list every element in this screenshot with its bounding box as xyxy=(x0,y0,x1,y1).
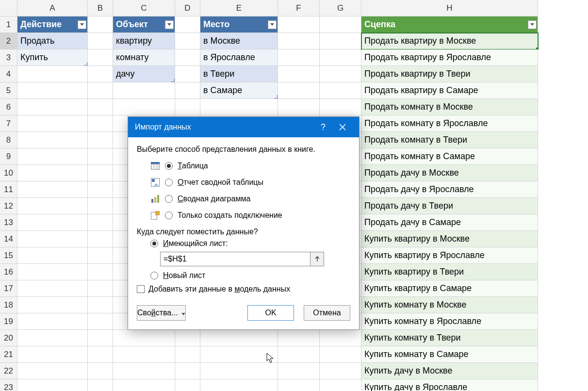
cell-D21[interactable] xyxy=(175,346,200,363)
radio-pivot-report[interactable] xyxy=(165,179,173,186)
cell-F2[interactable] xyxy=(278,33,320,49)
radio-connection-only[interactable] xyxy=(165,212,173,219)
row-header[interactable]: 12 xyxy=(0,198,17,214)
column-header[interactable]: B xyxy=(88,0,113,16)
cell-B19[interactable] xyxy=(88,313,113,330)
cell-C21[interactable] xyxy=(113,346,175,363)
filter-button[interactable] xyxy=(165,20,174,29)
row-header[interactable]: 17 xyxy=(0,280,17,297)
cell-F4[interactable] xyxy=(278,66,320,82)
row-header[interactable]: 1 xyxy=(0,16,17,33)
cell-H20[interactable]: Купить комнату в Твери xyxy=(361,330,538,346)
cell-B20[interactable] xyxy=(88,330,113,346)
cell-B4[interactable] xyxy=(88,66,113,82)
column-header[interactable]: D xyxy=(175,0,200,16)
cell-H23[interactable]: Купить дачу в Ярославле xyxy=(361,379,538,391)
radio-pivot-chart[interactable] xyxy=(165,195,173,203)
cell-G3[interactable] xyxy=(320,49,361,66)
cell-B16[interactable] xyxy=(88,264,113,280)
cell-C1[interactable]: Объект xyxy=(113,16,175,33)
cell-A21[interactable] xyxy=(17,346,88,363)
cell-E22[interactable] xyxy=(200,363,278,379)
range-selector-button[interactable] xyxy=(310,252,324,266)
cell-A12[interactable] xyxy=(17,198,88,214)
cell-G2[interactable] xyxy=(320,33,361,49)
cell-E1[interactable]: Место xyxy=(200,16,278,33)
radio-table[interactable] xyxy=(165,162,173,170)
row-header[interactable]: 9 xyxy=(0,148,17,165)
row-header[interactable]: 19 xyxy=(0,313,17,330)
cell-B15[interactable] xyxy=(88,247,113,264)
range-reference-input[interactable] xyxy=(160,252,310,266)
cell-H3[interactable]: Продать квартиру в Ярославле xyxy=(361,49,538,66)
cell-H10[interactable]: Продать дачу в Москве xyxy=(361,165,538,181)
cell-A17[interactable] xyxy=(17,280,88,297)
cell-C2[interactable]: квартиру xyxy=(113,33,175,49)
cell-C4[interactable]: дачу xyxy=(113,66,175,82)
cell-C22[interactable] xyxy=(113,363,175,379)
cell-B10[interactable] xyxy=(88,165,113,181)
column-header[interactable]: C xyxy=(113,0,175,16)
cell-H17[interactable]: Купить квартиру в Самаре xyxy=(361,280,538,297)
column-header[interactable]: E xyxy=(200,0,278,16)
cell-C3[interactable]: комнату xyxy=(113,49,175,66)
row-header[interactable]: 10 xyxy=(0,165,17,181)
cell-A8[interactable] xyxy=(17,132,88,148)
cell-B1[interactable] xyxy=(88,16,113,33)
cell-D3[interactable] xyxy=(175,49,200,66)
row-header[interactable]: 21 xyxy=(0,346,17,363)
cell-B13[interactable] xyxy=(88,214,113,231)
dialog-titlebar[interactable]: Импорт данных ? xyxy=(128,117,359,137)
cell-D23[interactable] xyxy=(175,379,200,391)
cell-B22[interactable] xyxy=(88,363,113,379)
cell-H15[interactable]: Купить квартиру в Ярославле xyxy=(361,247,538,264)
cell-A15[interactable] xyxy=(17,247,88,264)
cell-B5[interactable] xyxy=(88,82,113,99)
cell-A6[interactable] xyxy=(17,99,88,115)
cell-H18[interactable]: Купить комнату в Москве xyxy=(361,297,538,313)
cell-B11[interactable] xyxy=(88,181,113,198)
row-header[interactable]: 2 xyxy=(0,33,17,49)
cell-D5[interactable] xyxy=(175,82,200,99)
cell-F3[interactable] xyxy=(278,49,320,66)
cell-E20[interactable] xyxy=(200,330,278,346)
cell-B9[interactable] xyxy=(88,148,113,165)
cell-H8[interactable]: Продать комнату в Твери xyxy=(361,132,538,148)
cell-H14[interactable]: Купить квартиру в Москве xyxy=(361,231,538,247)
cell-H16[interactable]: Купить квартиру в Твери xyxy=(361,264,538,280)
cell-F22[interactable] xyxy=(278,363,320,379)
cell-F6[interactable] xyxy=(278,99,320,115)
cell-H6[interactable]: Продать комнату в Москве xyxy=(361,99,538,115)
row-header[interactable]: 14 xyxy=(0,231,17,247)
row-header[interactable]: 15 xyxy=(0,247,17,264)
cell-G5[interactable] xyxy=(320,82,361,99)
cell-F20[interactable] xyxy=(278,330,320,346)
column-header[interactable]: H xyxy=(361,0,538,16)
cell-E6[interactable] xyxy=(200,99,278,115)
cell-G1[interactable] xyxy=(320,16,361,33)
cell-C23[interactable] xyxy=(113,379,175,391)
row-header[interactable]: 4 xyxy=(0,66,17,82)
row-header[interactable]: 13 xyxy=(0,214,17,231)
cell-H19[interactable]: Купить комнату в Ярославле xyxy=(361,313,538,330)
cell-G22[interactable] xyxy=(320,363,361,379)
cell-G20[interactable] xyxy=(320,330,361,346)
cell-A5[interactable] xyxy=(17,82,88,99)
close-button[interactable] xyxy=(333,117,352,137)
cell-D4[interactable] xyxy=(175,66,200,82)
cell-B3[interactable] xyxy=(88,49,113,66)
cell-G21[interactable] xyxy=(320,346,361,363)
cell-H4[interactable]: Продать квартиру в Твери xyxy=(361,66,538,82)
select-all-cell[interactable] xyxy=(0,0,17,16)
row-header[interactable]: 3 xyxy=(0,49,17,66)
row-header[interactable]: 6 xyxy=(0,99,17,115)
row-header[interactable]: 8 xyxy=(0,132,17,148)
cell-E23[interactable] xyxy=(200,379,278,391)
filter-button[interactable] xyxy=(268,20,277,29)
cell-H21[interactable]: Купить комнату в Самаре xyxy=(361,346,538,363)
cell-E3[interactable]: в Ярославле xyxy=(200,49,278,66)
cell-A22[interactable] xyxy=(17,363,88,379)
cell-B8[interactable] xyxy=(88,132,113,148)
row-header[interactable]: 11 xyxy=(0,181,17,198)
cell-H2[interactable]: Продать квартиру в Москве xyxy=(361,33,538,49)
